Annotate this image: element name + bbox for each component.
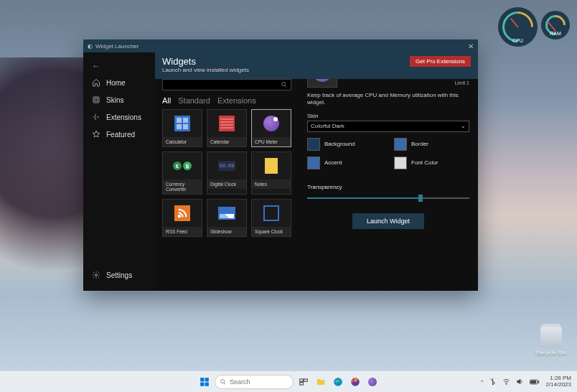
widget-tile-cpu-meter[interactable]: CPU Meter (251, 109, 291, 147)
skin-label: Skin (307, 113, 469, 119)
bluetooth-icon[interactable] (489, 378, 497, 386)
search-input[interactable] (162, 79, 291, 90)
wifi-icon[interactable] (502, 378, 510, 386)
widget-tile-slideshow[interactable]: Slideshow (207, 199, 247, 237)
square-clock-icon (252, 200, 291, 227)
skin-select[interactable]: Colorful Dark ⌄ (307, 121, 469, 132)
taskbar-clock[interactable]: 1:28 PM 2/14/2023 (545, 375, 571, 388)
sidebar-item-label: Home (106, 79, 126, 87)
sidebar-item-featured[interactable]: Featured (83, 126, 155, 143)
recycle-bin-icon (540, 327, 562, 348)
color-option-accent: Accent (307, 157, 383, 169)
transparency-label: Transparency (307, 184, 469, 190)
launch-widget-button[interactable]: Launch Widget (352, 213, 424, 229)
edge-icon (333, 377, 343, 387)
slider-thumb[interactable] (418, 195, 423, 202)
widget-tile-rss[interactable]: RSS Feed (162, 199, 202, 237)
widget-launcher-icon (368, 378, 377, 386)
widget-tile-currency[interactable]: €$ Currency Converter (162, 151, 202, 195)
widget-tile-calculator[interactable]: Calculator (162, 109, 202, 147)
transparency-slider[interactable] (307, 193, 469, 203)
svg-rect-11 (304, 378, 308, 381)
rss-icon (163, 200, 202, 227)
widget-tile-square-clock[interactable]: Square Clock (251, 199, 291, 237)
sidebar-item-home[interactable]: Home (83, 74, 155, 91)
svg-point-9 (221, 379, 225, 383)
windows-icon (200, 377, 210, 387)
svg-rect-7 (200, 382, 204, 386)
search-icon (281, 81, 288, 88)
svg-rect-5 (200, 378, 204, 381)
home-icon (92, 78, 100, 87)
widget-tile-calendar[interactable]: Calendar (207, 109, 247, 147)
back-button[interactable]: ← (83, 58, 155, 74)
tab-all[interactable]: All (162, 96, 171, 105)
task-view-icon (299, 377, 309, 387)
font-swatch[interactable] (394, 157, 407, 169)
close-button[interactable]: ✕ (468, 42, 474, 50)
app-icon: ◐ (88, 43, 93, 50)
widget-list-panel: All Standard Extensions Calculator Calen… (155, 79, 299, 291)
get-pro-button[interactable]: Get Pro Extensions (410, 56, 471, 67)
chevron-down-icon: ⌄ (461, 123, 466, 129)
battery-icon[interactable] (530, 378, 540, 386)
taskbar-search[interactable]: Search (215, 375, 294, 389)
folder-icon (316, 377, 326, 387)
border-swatch[interactable] (394, 138, 407, 151)
sidebar-item-skins[interactable]: Skins (83, 91, 155, 108)
widget-grid: Calculator Calendar CPU Meter €$ Cur (162, 109, 291, 237)
main-content: Widgets Launch and view installed widget… (155, 52, 478, 291)
taskbar-edge[interactable] (331, 375, 345, 389)
svg-point-15 (506, 384, 507, 385)
svg-point-3 (282, 83, 286, 86)
ram-gauge-widget[interactable]: RAM (541, 11, 570, 39)
slideshow-icon (207, 200, 246, 227)
svg-rect-12 (300, 382, 304, 385)
taskbar-firefox[interactable] (348, 375, 362, 389)
svg-rect-18 (531, 381, 536, 383)
sidebar-item-label: Settings (106, 271, 132, 279)
sidebar-item-extensions[interactable]: Extensions (83, 108, 155, 126)
content-header: Widgets Launch and view installed widget… (155, 52, 478, 79)
digital-clock-icon: 88:88 (207, 152, 246, 179)
svg-point-13 (334, 378, 342, 386)
background-swatch[interactable] (307, 138, 320, 151)
svg-rect-10 (300, 378, 304, 381)
skins-icon (92, 95, 100, 104)
widget-detail-panel: Limit 1 CPU Meter Keep track of average … (299, 79, 478, 291)
tray-chevron-up-icon[interactable]: ^ (481, 378, 484, 385)
sidebar-item-label: Featured (106, 131, 135, 139)
start-button[interactable] (197, 375, 212, 389)
gauge-label: RAM (550, 31, 561, 36)
cpu-meter-icon (252, 110, 291, 137)
accent-swatch[interactable] (307, 157, 320, 169)
tab-standard[interactable]: Standard (178, 96, 210, 105)
taskbar-explorer[interactable] (314, 375, 328, 389)
desktop-gauges: CPU RAM (498, 7, 570, 47)
taskbar-task-view[interactable] (296, 375, 311, 389)
svg-rect-0 (93, 97, 99, 103)
recycle-bin-label: Recycle Bin (536, 350, 566, 356)
sidebar-item-label: Skins (106, 96, 123, 104)
taskbar-widget-launcher[interactable] (365, 375, 380, 389)
gauge-label: CPU (512, 38, 523, 43)
sidebar-item-settings[interactable]: Settings (83, 266, 155, 284)
recycle-bin[interactable]: Recycle Bin (536, 327, 566, 356)
calendar-icon (207, 110, 246, 137)
widget-tile-digital-clock[interactable]: 88:88 Digital Clock (207, 151, 247, 195)
sidebar-item-label: Extensions (106, 113, 141, 121)
calculator-icon (163, 110, 202, 137)
gear-icon (92, 271, 100, 279)
firefox-icon (350, 377, 360, 387)
color-option-border: Border (394, 138, 469, 151)
detail-widget-icon (307, 79, 337, 88)
widget-tile-notes[interactable]: Notes (251, 151, 291, 195)
color-option-background: Background (307, 138, 383, 151)
cpu-gauge-widget[interactable]: CPU (498, 7, 538, 47)
sidebar: ← Home Skins Extensions Featured Setting… (83, 52, 155, 291)
tab-extensions[interactable]: Extensions (217, 96, 256, 105)
color-option-font: Font Color (394, 157, 469, 169)
volume-icon[interactable] (516, 378, 524, 386)
svg-point-2 (95, 274, 98, 276)
titlebar[interactable]: ◐ Widget Launcher ✕ (83, 39, 478, 52)
